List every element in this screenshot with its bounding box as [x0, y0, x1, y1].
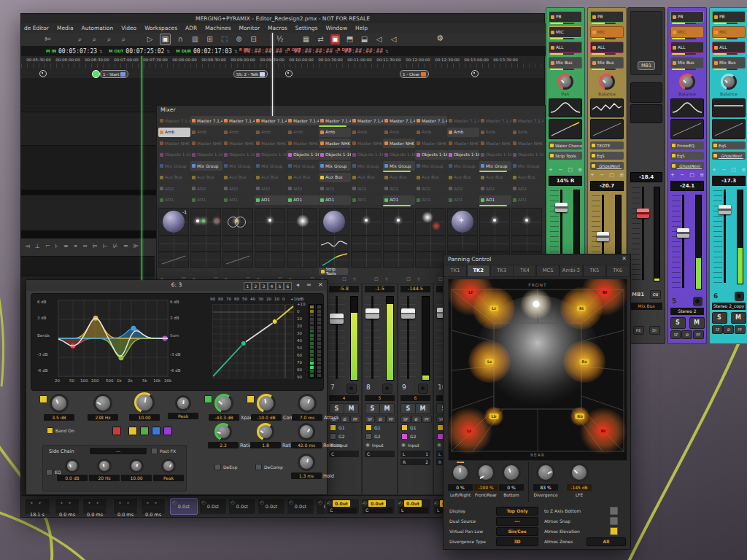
sc-knob-0[interactable] — [65, 459, 80, 473]
delay-cell[interactable]: ◂ ▸18.1 s — [24, 498, 50, 515]
record-arm-button[interactable] — [693, 297, 703, 306]
menu-item-workspaces[interactable]: Workspaces — [144, 23, 177, 33]
track-tool-icon[interactable]: ≂ — [123, 243, 128, 250]
option-checkbox[interactable] — [610, 507, 618, 515]
eq-curve-thumb[interactable] — [670, 98, 704, 117]
solo-button[interactable]: S — [365, 403, 380, 414]
mixer-route-master-nhk[interactable]: Master NHK — [479, 139, 511, 148]
playhead-white[interactable] — [272, 33, 273, 116]
eq-page-button-4[interactable]: 4 — [268, 282, 276, 290]
band-color-swatch-3[interactable] — [140, 427, 149, 435]
insert-button[interactable]: − — [600, 172, 604, 178]
menu-icon[interactable]: ≡ — [306, 281, 311, 288]
eq-curve-thumb[interactable] — [590, 98, 624, 117]
band-enable-checkbox[interactable] — [247, 395, 255, 403]
eq-curve-thumb[interactable] — [351, 236, 382, 252]
insert-button[interactable]: − — [680, 172, 684, 178]
mixer-route-master-7-1-4[interactable]: Master 7.1.4 — [287, 116, 319, 125]
strip-fader[interactable] — [630, 184, 662, 284]
mixer-route-objects-1-16[interactable]: Objects 1-16 — [255, 150, 287, 160]
frame-icon[interactable]: ⬚ — [220, 34, 229, 44]
mixer-route-objects-1-16[interactable]: Objects 1-16 — [158, 150, 190, 160]
settings-gear-icon[interactable]: ⚙ — [436, 34, 444, 43]
fader-cap[interactable] — [330, 314, 344, 324]
mixer-route-objects-1-16[interactable]: Objects 1-16 — [351, 150, 383, 160]
timecode-value[interactable]: 00:05:07:23 — [58, 48, 97, 55]
mixer-route-ao1[interactable]: AO1 — [158, 195, 190, 205]
strip-tools-chip[interactable]: Strip Tools — [319, 268, 348, 275]
mixer-route-master-7-1-4[interactable]: Master 7.1.4 — [511, 116, 543, 125]
mixer-route-ao1[interactable]: AO1 — [319, 195, 351, 205]
mixer-route-ao2[interactable]: AO2 — [222, 184, 255, 193]
plugin-eqs[interactable]: EqS — [670, 152, 704, 160]
balance-knob[interactable] — [599, 74, 615, 90]
option-value[interactable]: --- — [496, 517, 538, 526]
eq-curve-thumb[interactable] — [319, 236, 349, 252]
delay-cell[interactable]: 0.0st◴ — [199, 498, 227, 515]
io-row-mic[interactable]: MIC — [712, 26, 746, 38]
comp-ratio-knob[interactable] — [257, 423, 274, 440]
io-row-mic[interactable]: MIC — [670, 26, 704, 38]
mixer-route-amb[interactable]: Amb — [190, 128, 222, 137]
io-row-all[interactable]: ALL — [670, 42, 704, 53]
mixer-route-ao2[interactable]: AO2 — [158, 184, 190, 193]
channel-mini-button-1[interactable]: Ø — [376, 416, 386, 423]
left-right-knob[interactable] — [451, 463, 470, 482]
mixer-route-master-nhk[interactable]: Master NHK — [319, 139, 351, 148]
dynamics-plot[interactable] — [212, 304, 294, 378]
sc-knob-3[interactable] — [161, 459, 176, 473]
eq-page-button-1[interactable]: 1 — [244, 282, 252, 290]
pan-display[interactable] — [190, 208, 221, 236]
routing-icon[interactable]: ⇄ — [316, 34, 325, 44]
mixer-route-master-7-1-4[interactable]: Master 7.1.4 — [479, 116, 511, 125]
mixer-route-mix-group[interactable]: Mix Group — [383, 161, 415, 171]
mixer-route-master-nhk[interactable]: Master NHK — [351, 139, 383, 148]
insert-button[interactable]: + — [549, 167, 553, 173]
add-strip-button[interactable]: + — [384, 276, 389, 282]
eq-curve-thumb[interactable] — [511, 236, 542, 252]
io-row-mix-bus[interactable]: Mix Bus — [712, 57, 746, 69]
mixer-route-aux-bus[interactable]: Aux Bus — [158, 173, 190, 182]
mixer-route-objects-1-16[interactable]: Objects 1-16 — [415, 150, 447, 160]
eq-curve-thumb[interactable] — [287, 236, 317, 252]
band-enable-checkbox[interactable] — [39, 395, 47, 403]
io-row-mix-bus[interactable]: Mix Bus — [590, 57, 624, 69]
tab-ambi-2[interactable]: Ambi-2 — [560, 265, 583, 277]
eq-curve-thumb[interactable] — [190, 236, 221, 252]
hold-knob[interactable] — [298, 454, 315, 471]
menu-item-media[interactable]: Media — [57, 23, 74, 33]
mixer-route-master-nhk[interactable]: Master NHK — [415, 139, 447, 148]
meter-icon[interactable]: ▥ — [190, 34, 200, 44]
half-speed-icon[interactable]: ½ — [275, 34, 285, 44]
channel-mini-button-2[interactable]: PF — [386, 416, 396, 423]
eq-curve-thumb[interactable] — [479, 236, 510, 252]
add-strip-button[interactable]: + — [352, 276, 357, 282]
mixer-route-aux-bus[interactable]: Aux Bus — [319, 173, 351, 182]
eq-curve-thumb[interactable] — [549, 98, 582, 117]
option-value[interactable]: 3D — [496, 537, 538, 546]
strip-delay-value[interactable]: 0.0ut — [404, 500, 422, 507]
mixer-route-ao1[interactable]: AO1 — [255, 195, 287, 205]
strip-fader[interactable] — [670, 192, 704, 292]
routing-row[interactable]: L1 — [400, 451, 430, 457]
eq-curve-thumb[interactable] — [383, 236, 414, 252]
tab-tk6[interactable]: TK6 — [606, 265, 630, 277]
eq-page-button-5[interactable]: 5 — [276, 282, 284, 290]
dyn-curve-thumb[interactable] — [190, 252, 221, 268]
track-tool-icon[interactable]: ≡ — [63, 243, 69, 250]
comp-knob[interactable] — [257, 394, 276, 413]
delay-cell[interactable]: ◂ ▸0.0 ms — [55, 498, 80, 515]
track-lane[interactable] — [21, 257, 155, 276]
band-color-swatch-2[interactable] — [128, 427, 137, 435]
io-row-all[interactable]: ALL — [590, 42, 624, 53]
timeline-ruler[interactable]: 00:05:30:0000:06:00:0000:06:30:0000:07:0… — [21, 56, 544, 79]
channel-mini-button-1[interactable]: Ø — [340, 416, 350, 423]
mixer-route-ao1[interactable]: AO1 — [351, 195, 383, 205]
sc-eq-checkbox[interactable] — [46, 469, 53, 475]
mixer-route-ao2[interactable]: AO2 — [511, 184, 543, 193]
strip-button-pf[interactable]: PF — [693, 330, 704, 339]
dyn-curve-thumb[interactable] — [383, 252, 414, 268]
dyn-curve-thumb[interactable] — [670, 119, 704, 139]
mixer-route-amb[interactable]: Amb — [511, 128, 543, 137]
mixer-route-mix-group[interactable]: Mix Group — [415, 161, 447, 171]
